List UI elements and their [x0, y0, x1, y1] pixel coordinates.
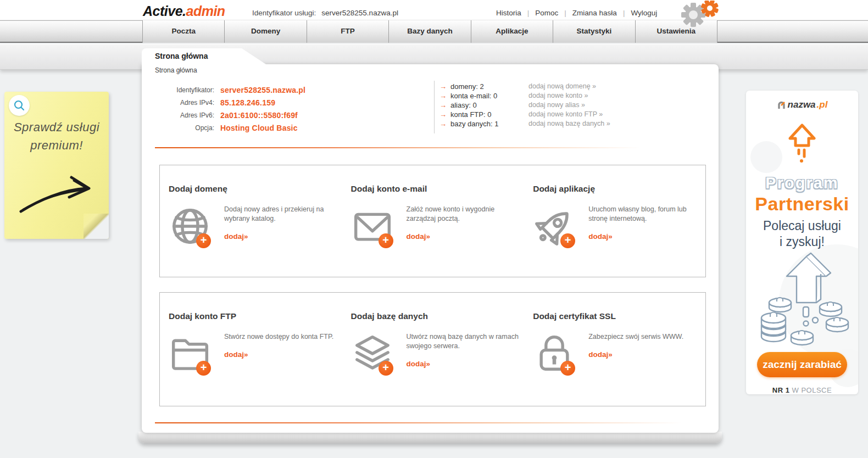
info-label: Opcja:	[155, 122, 214, 134]
info-label: Adres IPv6:	[155, 109, 214, 121]
add-plus-badge[interactable]: +	[379, 233, 393, 248]
stat-label-email: konta e-mail: 0	[450, 91, 528, 100]
tab-poczta[interactable]: Poczta	[143, 20, 225, 43]
add-plus-badge[interactable]: +	[196, 233, 211, 248]
stat-row-databases: → bazy danych: 1 dodaj nową bazę danych …	[439, 119, 610, 129]
info-row-ipv4: Adres IPv4: 85.128.246.159	[155, 97, 305, 109]
stat-label-aliases: aliasy: 0	[450, 100, 528, 110]
stat-row-domains: → domeny: 2 dodaj nową domenę »	[439, 82, 610, 91]
card-add-ssl: Dodaj certyfikat SSL + Zabezpiecz swój s…	[524, 293, 706, 406]
add-plus-badge[interactable]: +	[196, 361, 211, 376]
service-identifier: Identyfikator usługi:server528255.nazwa.…	[252, 9, 398, 17]
add-plus-badge[interactable]: +	[379, 361, 393, 376]
add-domain-link[interactable]: dodaj nową domenę »	[528, 82, 596, 91]
card-description: Dodaj nowy adres i przekieruj na wybrany…	[224, 205, 337, 224]
gears-icon	[668, 1, 720, 30]
server-info: Identyfikator: server528255.nazwa.pl Adr…	[155, 84, 305, 135]
stat-row-ftp: → konta FTP: 0 dodaj nowe konto FTP »	[439, 110, 610, 119]
header-links: Historia| Pomoc| Zmiana hasła| Wyloguj	[496, 9, 657, 17]
tab-ftp[interactable]: FTP	[307, 20, 389, 43]
service-label: Identyfikator usługi:	[252, 9, 316, 17]
arrow-icon: →	[439, 110, 450, 119]
coins-illustration	[746, 252, 858, 351]
partner-program-banner[interactable]: nazwa.pl Program Partnerski Polecaj usłu…	[746, 91, 858, 394]
card-add-database: Dodaj bazę danych + Utwórz nową bazę dan…	[342, 293, 525, 406]
card-title: Dodaj bazę danych	[351, 311, 519, 321]
info-row-ipv6: Adres IPv6: 2a01:6100::5580:f69f	[155, 109, 305, 121]
card-title: Dodaj konto FTP	[169, 311, 337, 321]
add-alias-link[interactable]: dodaj nowy alias »	[528, 100, 585, 110]
stat-label-ftp: konta FTP: 0	[450, 110, 528, 119]
logo-part2: admin	[186, 3, 225, 19]
ad-footnote: NR 1 W POLSCE	[746, 386, 858, 394]
ad-title-program: Program	[746, 174, 858, 192]
resource-stats: → domeny: 2 dodaj nową domenę » → konta …	[439, 82, 610, 129]
separator-line	[155, 422, 704, 423]
start-earning-button[interactable]: zacznij zarabiać	[757, 352, 847, 377]
header-link-history[interactable]: Historia	[496, 9, 521, 17]
header-link-change-password[interactable]: Zmiana hasła	[572, 9, 617, 17]
add-domain-card-link[interactable]: dodaj»	[224, 232, 248, 241]
arrow-icon: →	[439, 100, 450, 110]
hand-drawn-arrow-icon	[16, 169, 99, 220]
home-tab-label: Strona główna	[155, 52, 208, 60]
arrow-icon: →	[439, 119, 450, 129]
search-icon[interactable]	[9, 95, 30, 116]
add-database-card-link[interactable]: dodaj»	[407, 360, 431, 368]
card-title: Dodaj domenę	[169, 184, 337, 194]
tab-aplikacje[interactable]: Aplikacje	[471, 20, 553, 43]
envelope-icon: +	[351, 205, 395, 249]
ad-subtitle-line2: i zyskuj!	[746, 234, 858, 250]
info-value-identifier: server528255.nazwa.pl	[220, 84, 305, 96]
card-title: Dodaj konto e-mail	[351, 184, 519, 194]
add-email-link[interactable]: dodaj nowe konto »	[528, 91, 588, 100]
header-link-help[interactable]: Pomoc	[535, 9, 558, 17]
nazwa-logo-icon	[777, 100, 787, 110]
ad-title-partnerski: Partnerski	[746, 193, 858, 215]
link-separator: |	[558, 9, 572, 17]
info-value-option: Hosting Cloud Basic	[220, 122, 298, 134]
add-plus-badge[interactable]: +	[560, 233, 575, 248]
card-description: Stwórz nowe dostępy do konta FTP.	[224, 332, 337, 342]
ad-subtitle: Polecaj usługi i zyskuj!	[746, 218, 858, 250]
tab-domeny[interactable]: Domeny	[225, 20, 307, 43]
arrow-icon: →	[439, 82, 450, 91]
app-logo: Active.admin	[143, 3, 225, 19]
padlock-icon: +	[533, 332, 577, 376]
nazwa-pl-logo: nazwa.pl	[746, 99, 858, 110]
add-email-card-link[interactable]: dodaj»	[407, 232, 431, 241]
card-add-ftp: Dodaj konto FTP + Stwórz nowe dostępy do…	[160, 293, 342, 406]
tab-strona-glowna[interactable]: Strona główna	[142, 48, 242, 64]
card-row-1: Dodaj domenę + Dodaj nowy adres i przeki…	[159, 165, 706, 277]
card-description: Zabezpiecz swój serwis WWW.	[588, 332, 701, 342]
premium-promo-note[interactable]: Sprawdź usługi premium!	[4, 92, 109, 239]
promo-note-line2: premium!	[4, 136, 109, 154]
tab-bazy-danych[interactable]: Bazy danych	[389, 20, 471, 43]
header-link-logout[interactable]: Wyloguj	[631, 9, 657, 17]
card-description: Uruchom własny blog, forum lub stronę in…	[588, 205, 701, 224]
vertical-divider	[434, 81, 435, 133]
stat-label-domains: domeny: 2	[450, 82, 528, 91]
breadcrumb: Strona główna	[155, 66, 197, 74]
footnote-strong: NR 1	[772, 386, 790, 394]
info-label: Adres IPv4:	[155, 97, 214, 109]
stat-row-email: → konta e-mail: 0 dodaj nowe konto »	[439, 91, 610, 100]
add-plus-badge[interactable]: +	[560, 361, 575, 376]
card-add-email: Dodaj konto e-mail + Załóż nowe konto i …	[342, 165, 525, 277]
info-value-ipv6: 2a01:6100::5580:f69f	[220, 109, 298, 121]
add-database-link[interactable]: dodaj nową bazę danych »	[528, 119, 610, 129]
main-content-panel: Strona główna Identyfikator: server52825…	[142, 64, 719, 433]
brand-name: nazwa	[788, 99, 816, 110]
link-separator: |	[521, 9, 536, 17]
add-application-card-link[interactable]: dodaj»	[588, 232, 613, 241]
add-ssl-card-link[interactable]: dodaj»	[588, 350, 613, 359]
tab-statystyki[interactable]: Statystyki	[553, 20, 635, 43]
add-ftp-link[interactable]: dodaj nowe konto FTP »	[528, 110, 603, 119]
card-add-domain: Dodaj domenę + Dodaj nowy adres i przeki…	[160, 165, 342, 277]
add-ftp-card-link[interactable]: dodaj»	[224, 350, 248, 359]
card-title: Dodaj certyfikat SSL	[533, 311, 701, 321]
globe-icon: +	[169, 205, 213, 249]
arrow-icon: →	[439, 91, 450, 100]
rocket-icon: +	[533, 205, 577, 249]
brand-tld: .pl	[817, 99, 828, 110]
